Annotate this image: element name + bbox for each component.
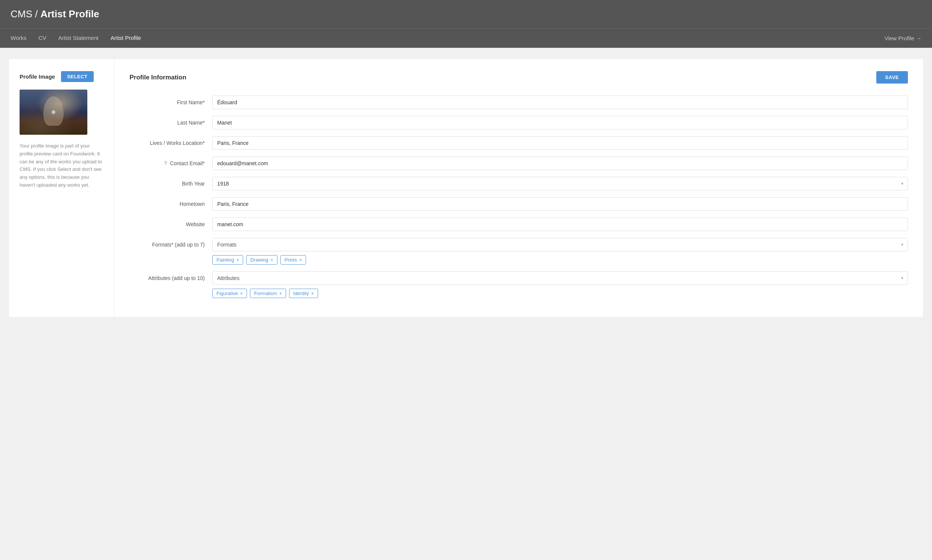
formats-row: Formats* (add up to 7) Formats Painting … — [129, 238, 908, 265]
image-dot-indicator — [52, 110, 55, 114]
nav: Works CV Artist Statement Artist Profile… — [0, 28, 932, 48]
birth-year-select[interactable]: 1918 1832 1840 1850 1860 1870 1880 1890 … — [212, 177, 908, 191]
hometown-label: Hometown — [129, 197, 212, 207]
tag-formalism-label: Formalism — [254, 291, 277, 296]
first-name-input[interactable] — [212, 95, 908, 109]
tag-figurative: Figurative × — [212, 289, 247, 298]
page-title: Artist Profile — [40, 8, 99, 20]
nav-item-works[interactable]: Works — [11, 29, 26, 48]
location-field — [212, 136, 908, 150]
hometown-field — [212, 197, 908, 211]
tag-formalism: Formalism × — [250, 289, 286, 298]
location-row: Lives / Works Location* — [129, 136, 908, 150]
main-content: Profile Image SELECT Your profile image … — [0, 48, 932, 328]
right-panel: Profile Information SAVE First Name* Las… — [114, 59, 923, 317]
first-name-field — [212, 95, 908, 109]
profile-image-header: Profile Image SELECT — [20, 71, 103, 82]
save-button[interactable]: SAVE — [876, 71, 908, 83]
attributes-row: Attributes (add up to 10) Attributes Fig… — [129, 271, 908, 298]
tag-figurative-remove[interactable]: × — [240, 291, 243, 296]
contact-email-field — [212, 157, 908, 170]
attributes-select[interactable]: Attributes Figurative Formalism Identity… — [212, 271, 908, 285]
formats-select-wrapper: Formats Painting Drawing Prints Sculptur… — [212, 238, 908, 251]
header: CMS / Artist Profile — [0, 0, 932, 28]
content-card: Profile Image SELECT Your profile image … — [9, 59, 923, 317]
first-name-row: First Name* — [129, 95, 908, 109]
formats-select[interactable]: Formats Painting Drawing Prints Sculptur… — [212, 238, 908, 251]
website-label: Website — [129, 217, 212, 227]
attributes-label: Attributes (add up to 10) — [129, 271, 212, 281]
tag-identity-label: Identity — [293, 291, 309, 296]
tag-painting: Painting × — [212, 255, 243, 265]
website-field — [212, 217, 908, 231]
nav-item-cv[interactable]: CV — [38, 29, 46, 48]
contact-email-row: ? Contact Email* — [129, 157, 908, 170]
nav-item-artist-statement[interactable]: Artist Statement — [58, 29, 98, 48]
profile-image-hint: Your profile image is part of your profi… — [20, 142, 103, 189]
tag-prints: Prints × — [280, 255, 306, 265]
formats-label: Formats* (add up to 7) — [129, 238, 212, 248]
last-name-input[interactable] — [212, 116, 908, 129]
profile-image — [20, 89, 87, 135]
tag-drawing-remove[interactable]: × — [271, 257, 273, 263]
header-separator: / — [32, 8, 41, 20]
last-name-label: Last Name* — [129, 116, 212, 126]
tag-figurative-label: Figurative — [217, 291, 238, 296]
tag-drawing-label: Drawing — [250, 257, 268, 263]
hometown-input[interactable] — [212, 197, 908, 211]
hometown-row: Hometown — [129, 197, 908, 211]
formats-field: Formats Painting Drawing Prints Sculptur… — [212, 238, 908, 265]
formats-tags: Painting × Drawing × Prints × — [212, 255, 908, 265]
tag-prints-remove[interactable]: × — [299, 257, 302, 263]
profile-image-label: Profile Image — [20, 73, 55, 80]
website-row: Website — [129, 217, 908, 231]
attributes-field: Attributes Figurative Formalism Identity… — [212, 271, 908, 298]
last-name-field — [212, 116, 908, 129]
view-profile-link[interactable]: View Profile → — [884, 35, 921, 42]
nav-item-artist-profile[interactable]: Artist Profile — [111, 29, 141, 48]
left-panel: Profile Image SELECT Your profile image … — [9, 59, 114, 317]
nav-left: Works CV Artist Statement Artist Profile — [11, 29, 141, 48]
select-image-button[interactable]: SELECT — [61, 71, 93, 82]
birth-year-label: Birth Year — [129, 177, 212, 187]
birth-year-field: 1918 1832 1840 1850 1860 1870 1880 1890 … — [212, 177, 908, 191]
contact-email-label-text: Contact Email* — [170, 160, 205, 166]
website-input[interactable] — [212, 217, 908, 231]
question-mark-icon: ? — [164, 160, 167, 166]
tag-drawing: Drawing × — [246, 255, 277, 265]
tag-painting-remove[interactable]: × — [236, 257, 239, 263]
attributes-tags: Figurative × Formalism × Identity × — [212, 289, 908, 298]
last-name-row: Last Name* — [129, 116, 908, 129]
location-input[interactable] — [212, 136, 908, 150]
tag-painting-label: Painting — [217, 257, 234, 263]
cms-label: CMS — [11, 8, 32, 20]
first-name-label: First Name* — [129, 95, 212, 105]
tag-identity: Identity × — [289, 289, 318, 298]
contact-email-input[interactable] — [212, 157, 908, 170]
tag-prints-label: Prints — [285, 257, 297, 263]
location-label: Lives / Works Location* — [129, 136, 212, 146]
contact-email-label: ? Contact Email* — [129, 157, 212, 166]
birth-year-row: Birth Year 1918 1832 1840 1850 1860 1870… — [129, 177, 908, 191]
profile-image-container — [20, 89, 87, 135]
tag-identity-remove[interactable]: × — [311, 291, 314, 296]
attributes-select-wrapper: Attributes Figurative Formalism Identity… — [212, 271, 908, 285]
header-title: CMS / Artist Profile — [11, 8, 921, 20]
panel-header: Profile Information SAVE — [129, 71, 908, 83]
panel-title: Profile Information — [129, 74, 186, 81]
tag-formalism-remove[interactable]: × — [279, 291, 282, 296]
